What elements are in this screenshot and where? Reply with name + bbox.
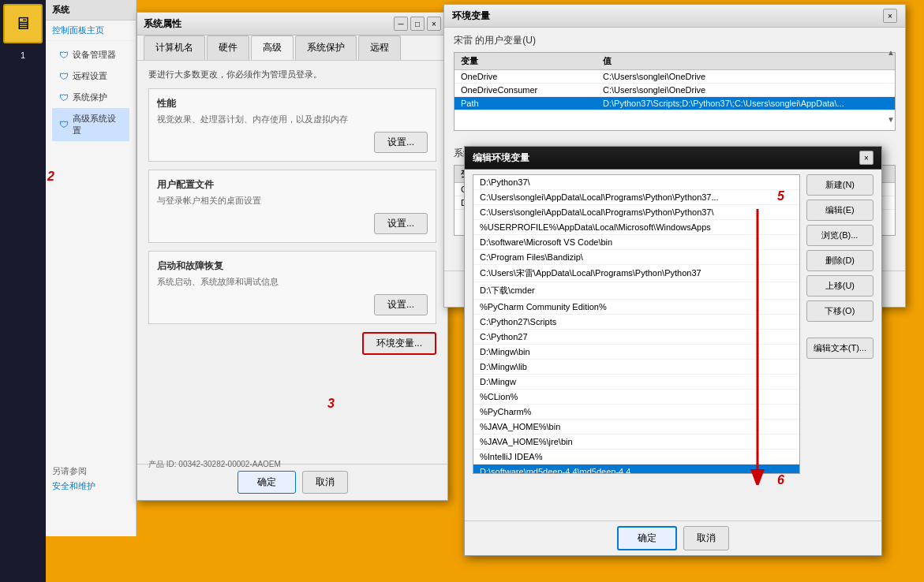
startup-recovery-title: 启动和故障恢复 bbox=[157, 259, 428, 273]
list-item-19[interactable]: D:\software\md5deep-4.4\md5deep-4.4 bbox=[473, 464, 799, 474]
list-item-2[interactable]: C:\Users\songlei\AppData\Local\Programs\… bbox=[473, 205, 799, 220]
user-vars-title: 宋雷 的用户变量(U) bbox=[454, 34, 896, 47]
list-item-3[interactable]: %USERPROFILE%\AppData\Local\Microsoft\Wi… bbox=[473, 220, 799, 235]
list-item-18[interactable]: %IntelliJ IDEA% bbox=[473, 450, 799, 464]
user-profiles-section: 用户配置文件 与登录帐户相关的桌面设置 设置... bbox=[148, 170, 436, 243]
sys-props-minimize-btn[interactable]: ─ bbox=[394, 17, 408, 31]
list-item-17[interactable]: %JAVA_HOME%\jre\bin bbox=[473, 435, 799, 450]
list-item-0[interactable]: D:\Python37\ bbox=[473, 175, 799, 190]
list-item-9[interactable]: C:\Python27\Scripts bbox=[473, 315, 799, 330]
edit-env-cancel-btn[interactable]: 取消 bbox=[683, 526, 729, 550]
admin-notice: 要进行大多数更改，你必须作为管理员登录。 bbox=[148, 69, 436, 80]
user-vars-scroll-down[interactable]: ▼ bbox=[887, 115, 895, 124]
edit-env-titlebar: 编辑环境变量 × bbox=[465, 147, 881, 170]
sys-props-ok-btn[interactable]: 确定 bbox=[238, 471, 296, 494]
list-item-14[interactable]: %CLion% bbox=[473, 390, 799, 405]
user-var-value-onedrive: C:\Users\songlei\OneDrive bbox=[597, 70, 895, 84]
list-item-6[interactable]: C:\Users\宋雷\AppData\Local\Programs\Pytho… bbox=[473, 265, 799, 282]
edit-env-window: 编辑环境变量 × D:\Python37\ C:\Users\songlei\A… bbox=[464, 146, 882, 556]
sys-props-tabs: 计算机名 硬件 高级 系统保护 远程 bbox=[137, 35, 447, 61]
startup-recovery-section: 启动和故障恢复 系统启动、系统故障和调试信息 设置... bbox=[148, 251, 436, 324]
sidebar-item-system-protection[interactable]: 🛡 系统保护 bbox=[52, 87, 129, 108]
sidebar-item-remote-settings[interactable]: 🛡 远程设置 bbox=[52, 65, 129, 87]
tab-hardware[interactable]: 硬件 bbox=[207, 35, 249, 60]
env-title: 环境变量 bbox=[452, 9, 490, 23]
user-profiles-title: 用户配置文件 bbox=[157, 178, 428, 192]
taskbar-number-1: 1 bbox=[21, 50, 25, 60]
sys-props-cancel-btn[interactable]: 取消 bbox=[302, 471, 348, 494]
sys-props-controls: ─ □ × bbox=[394, 17, 441, 31]
sys-props-titlebar: 系统属性 ─ □ × bbox=[137, 13, 447, 35]
env-btn-area: 环境变量... bbox=[148, 332, 436, 355]
performance-settings-btn[interactable]: 设置... bbox=[374, 132, 428, 153]
list-item-7[interactable]: D:\下载\cmder bbox=[473, 282, 799, 300]
env-close-btn[interactable]: × bbox=[883, 9, 897, 23]
list-item-8[interactable]: %PyCharm Community Edition% bbox=[473, 300, 799, 315]
user-vars-table: 变量 值 OneDrive C:\Users\songlei\OneDrive … bbox=[455, 53, 895, 110]
taskbar-left: 🖥 1 bbox=[0, 0, 46, 582]
edit-env-ok-btn[interactable]: 确定 bbox=[617, 526, 677, 550]
shield-icon-2: 🛡 bbox=[58, 71, 69, 82]
user-var-name-path: Path bbox=[455, 97, 597, 110]
sidebar-item-device-manager[interactable]: 🛡 设备管理器 bbox=[52, 44, 129, 65]
delete-btn[interactable]: 删除(D) bbox=[806, 250, 873, 271]
sidebar-system-label: 系统 bbox=[46, 0, 136, 21]
user-vars-col-value: 值 bbox=[597, 53, 895, 70]
env-titlebar: 环境变量 × bbox=[444, 5, 905, 28]
user-var-name-onedrive: OneDrive bbox=[455, 70, 597, 84]
taskbar-pc-icon[interactable]: 🖥 bbox=[3, 4, 43, 43]
shield-icon-1: 🛡 bbox=[58, 50, 69, 61]
browse-btn[interactable]: 浏览(B)... bbox=[806, 225, 873, 246]
move-up-btn[interactable]: 上移(U) bbox=[806, 275, 873, 297]
startup-recovery-desc: 系统启动、系统故障和调试信息 bbox=[157, 276, 428, 288]
list-item-5[interactable]: C:\Program Files\Bandizip\ bbox=[473, 250, 799, 265]
list-item-16[interactable]: %JAVA_HOME%\bin bbox=[473, 420, 799, 435]
edit-btn[interactable]: 编辑(E) bbox=[806, 200, 873, 221]
user-var-value-onedriveconsumer: C:\Users\songlei\OneDrive bbox=[597, 84, 895, 97]
edit-env-close-btn[interactable]: × bbox=[859, 151, 873, 165]
sys-props-maximize-btn[interactable]: □ bbox=[410, 17, 425, 31]
sidebar-security-link[interactable]: 安全和维护 bbox=[52, 480, 129, 492]
list-item-1[interactable]: C:\Users\songlei\AppData\Local\Programs\… bbox=[473, 190, 799, 205]
sidebar-item-advanced-settings[interactable]: 🛡 高级系统设置 bbox=[52, 108, 129, 141]
startup-recovery-settings-btn[interactable]: 设置... bbox=[374, 294, 428, 315]
list-item-4[interactable]: D:\software\Microsoft VS Code\bin bbox=[473, 235, 799, 250]
user-vars-scroll-up[interactable]: ▲ bbox=[887, 48, 895, 57]
edit-env-side-buttons: 新建(N) 编辑(E) 浏览(B)... 删除(D) 上移(U) 下移(O) 编… bbox=[806, 174, 873, 474]
edit-text-btn[interactable]: 编辑文本(T)... bbox=[806, 338, 873, 359]
tab-advanced[interactable]: 高级 bbox=[251, 35, 294, 60]
shield-icon-4: 🛡 bbox=[58, 119, 69, 130]
performance-title: 性能 bbox=[157, 97, 428, 110]
list-item-11[interactable]: D:\Mingw\bin bbox=[473, 345, 799, 360]
desktop: 🖥 1 系统 控制面板主页 🛡 设备管理器 🛡 远程设置 🛡 系统保护 🛡 bbox=[0, 0, 924, 582]
user-var-row-onedrive[interactable]: OneDrive C:\Users\songlei\OneDrive bbox=[455, 70, 895, 84]
performance-section: 性能 视觉效果、处理器计划、内存使用，以及虚拟内存 设置... bbox=[148, 88, 436, 162]
tab-computer-name[interactable]: 计算机名 bbox=[144, 35, 205, 60]
edit-env-bottom: 确定 取消 bbox=[465, 520, 881, 555]
sidebar-also-see: 另请参阅 安全和维护 bbox=[46, 461, 136, 497]
tab-remote[interactable]: 远程 bbox=[358, 35, 401, 60]
sys-props-window: 系统属性 ─ □ × 计算机名 硬件 高级 系统保护 远程 要进行大多数更改，你… bbox=[137, 12, 448, 501]
user-profiles-settings-btn[interactable]: 设置... bbox=[374, 213, 428, 234]
user-var-row-onedriveconsumer[interactable]: OneDriveConsumer C:\Users\songlei\OneDri… bbox=[455, 84, 895, 97]
user-vars-section: 宋雷 的用户变量(U) 变量 值 OneDrive C:\Users\songl… bbox=[444, 28, 905, 134]
move-down-btn[interactable]: 下移(O) bbox=[806, 300, 873, 322]
list-item-15[interactable]: %PyCharm% bbox=[473, 405, 799, 420]
user-vars-table-container: 变量 值 OneDrive C:\Users\songlei\OneDrive … bbox=[454, 52, 896, 131]
list-item-10[interactable]: C:\Python27 bbox=[473, 330, 799, 345]
user-var-name-onedriveconsumer: OneDriveConsumer bbox=[455, 84, 597, 97]
user-var-row-path[interactable]: Path D:\Python37\Scripts;D:\Python37\;C:… bbox=[455, 97, 895, 110]
tab-system-protection[interactable]: 系统保护 bbox=[295, 35, 357, 60]
user-profiles-desc: 与登录帐户相关的桌面设置 bbox=[157, 195, 428, 207]
sidebar-items-container: 🛡 设备管理器 🛡 远程设置 🛡 系统保护 🛡 高级系统设置 bbox=[46, 41, 136, 144]
product-id: 产品 ID: 00342-30282-00002-AAOEM bbox=[148, 459, 281, 470]
sidebar-control-panel-home[interactable]: 控制面板主页 bbox=[46, 21, 136, 41]
control-panel-sidebar: 系统 控制面板主页 🛡 设备管理器 🛡 远程设置 🛡 系统保护 🛡 高级系统设置… bbox=[46, 0, 137, 536]
list-item-13[interactable]: D:\Mingw bbox=[473, 375, 799, 390]
list-item-12[interactable]: D:\Mingw\lib bbox=[473, 360, 799, 375]
new-btn[interactable]: 新建(N) bbox=[806, 174, 873, 196]
edit-env-list: D:\Python37\ C:\Users\songlei\AppData\Lo… bbox=[473, 174, 800, 474]
sys-props-title: 系统属性 bbox=[144, 17, 181, 31]
env-vars-btn[interactable]: 环境变量... bbox=[362, 332, 436, 355]
sys-props-close-btn[interactable]: × bbox=[427, 17, 441, 31]
